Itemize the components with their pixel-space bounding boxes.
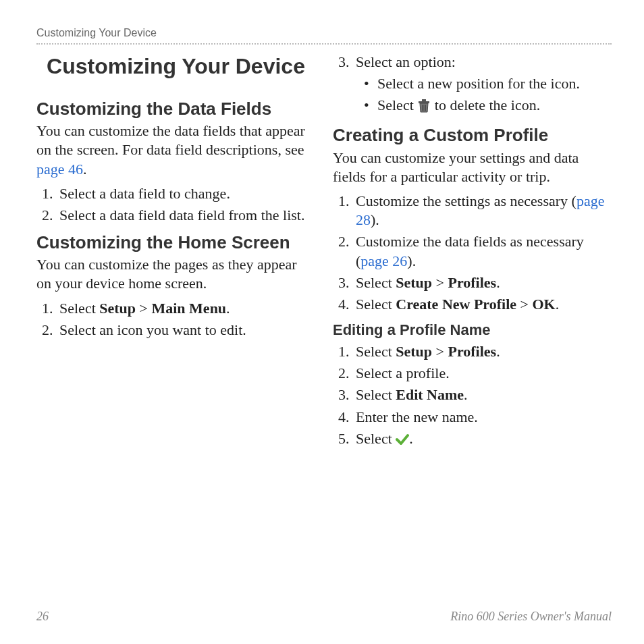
- steps-list: Select a data field to change. Select a …: [36, 184, 315, 225]
- checkmark-icon: [396, 431, 409, 450]
- step-item: Select an icon you want to edit.: [57, 321, 315, 340]
- section-intro: You can customize the pages as they appe…: [36, 255, 315, 293]
- ui-path: Setup: [396, 274, 432, 291]
- section-heading-datafields: Customizing the Data Fields: [36, 98, 315, 120]
- text: ).: [371, 211, 379, 228]
- left-column: Customizing Your Device Customizing the …: [36, 50, 315, 610]
- text: .: [464, 386, 468, 403]
- steps-list: Select Setup > Main Menu. Select an icon…: [36, 299, 315, 340]
- text: .: [496, 343, 500, 360]
- book-title: Rino 600 Series Owner's Manual: [450, 610, 612, 624]
- trash-icon: [417, 98, 431, 117]
- text: to delete the icon.: [431, 97, 540, 113]
- text: .: [556, 296, 560, 313]
- subsection-heading-editname: Editing a Profile Name: [333, 321, 612, 340]
- text: Select: [356, 430, 396, 447]
- step-item: Select Setup > Profiles.: [353, 273, 612, 292]
- text: Select: [377, 97, 417, 113]
- page-link-46[interactable]: page 46: [36, 161, 83, 178]
- step-item: Select Setup > Profiles.: [353, 342, 612, 361]
- right-column: Select an option: Select a new position …: [333, 50, 612, 610]
- ui-path: Profiles: [448, 343, 496, 360]
- ui-path: Setup: [396, 343, 432, 360]
- section-heading-customprofile: Creating a Custom Profile: [333, 124, 612, 146]
- text: .: [496, 274, 500, 291]
- ui-path: OK: [532, 296, 555, 313]
- step-item: Select a data field data field from the …: [57, 206, 315, 225]
- text: .: [226, 300, 230, 317]
- ui-path: Edit Name: [396, 386, 464, 403]
- options-list: Select a new position for the icon. Sele…: [358, 74, 612, 117]
- option-item: Select to delete the icon.: [358, 96, 612, 117]
- step-item: Customize the data fields as necessary (…: [353, 232, 612, 270]
- two-column-layout: Customizing Your Device Customizing the …: [36, 50, 612, 610]
- svg-rect-1: [422, 99, 426, 101]
- text: You can customize the data fields that a…: [36, 122, 305, 158]
- text: >: [432, 274, 448, 291]
- page-number: 26: [36, 610, 49, 624]
- step-item: Select a profile.: [353, 364, 612, 383]
- step-item: Select Edit Name.: [353, 385, 612, 404]
- text: >: [432, 343, 448, 360]
- page-title: Customizing Your Device: [36, 53, 315, 80]
- text: .: [83, 161, 87, 178]
- ui-path: Setup: [99, 300, 136, 317]
- text: Select: [356, 296, 396, 313]
- section-heading-homescreen: Customizing the Home Screen: [36, 232, 315, 254]
- ui-path: Main Menu: [151, 300, 226, 317]
- ui-path: Profiles: [448, 274, 496, 291]
- text: Select: [59, 300, 99, 317]
- steps-list-continued: Select an option: Select a new position …: [333, 53, 612, 117]
- step-item: Select an option: Select a new position …: [353, 53, 612, 117]
- section-intro: You can customize your settings and data…: [333, 149, 612, 186]
- text: Select: [356, 343, 396, 360]
- manual-page: Customizing Your Device Customizing Your…: [0, 0, 644, 644]
- step-item: Customize the settings as necessary (pag…: [353, 192, 612, 230]
- text: Select an option:: [356, 53, 456, 70]
- option-item: Select a new position for the icon.: [358, 74, 612, 93]
- page-link-26[interactable]: page 26: [360, 252, 407, 269]
- text: >: [516, 296, 532, 313]
- steps-list: Select Setup > Profiles. Select a profil…: [333, 342, 612, 450]
- text: Select: [356, 274, 396, 291]
- step-item: Select .: [353, 429, 612, 450]
- text: >: [136, 300, 151, 317]
- text: ).: [407, 252, 416, 269]
- step-item: Select Create New Profile > OK.: [353, 295, 612, 314]
- section-intro: You can customize the data fields that a…: [36, 122, 315, 178]
- step-item: Select Setup > Main Menu.: [57, 299, 315, 318]
- running-header: Customizing Your Device: [36, 27, 612, 45]
- text: Select: [356, 386, 396, 403]
- step-item: Select a data field to change.: [57, 184, 315, 203]
- text: .: [409, 430, 413, 447]
- ui-path: Create New Profile: [396, 296, 516, 313]
- text: Customize the settings as necessary (: [356, 192, 576, 209]
- step-item: Enter the new name.: [353, 408, 612, 427]
- steps-list: Customize the settings as necessary (pag…: [333, 192, 612, 314]
- page-footer: 26 Rino 600 Series Owner's Manual: [36, 610, 612, 624]
